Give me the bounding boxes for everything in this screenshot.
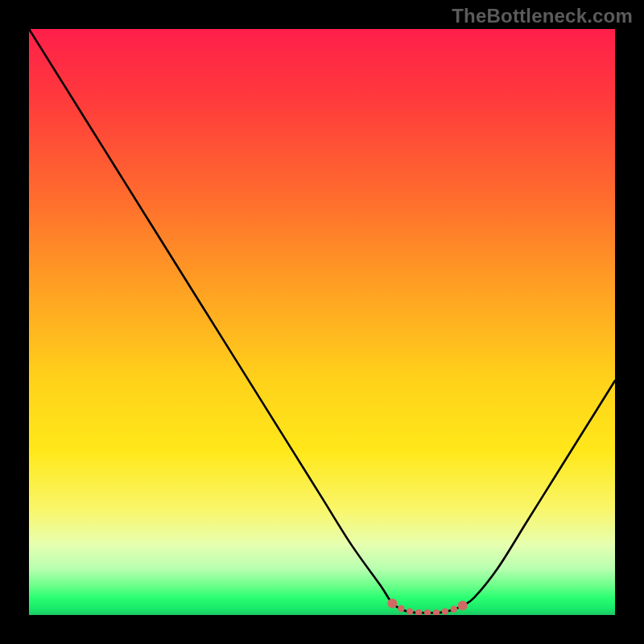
optimal-dot	[415, 609, 422, 615]
optimal-range-dots	[387, 598, 467, 615]
bottleneck-curve-path	[29, 29, 615, 613]
watermark-text: TheBottleneck.com	[452, 5, 633, 27]
chart-frame: TheBottleneck.com	[0, 0, 644, 644]
optimal-dot	[451, 606, 457, 613]
optimal-dot	[442, 608, 448, 614]
optimal-dot	[458, 601, 468, 610]
optimal-dot	[433, 609, 440, 615]
optimal-dot	[398, 605, 404, 612]
plot-area	[29, 29, 615, 615]
optimal-dot	[387, 598, 397, 608]
optimal-dot	[424, 609, 431, 615]
optimal-dot	[407, 608, 413, 614]
bottleneck-curve-svg	[29, 29, 615, 615]
